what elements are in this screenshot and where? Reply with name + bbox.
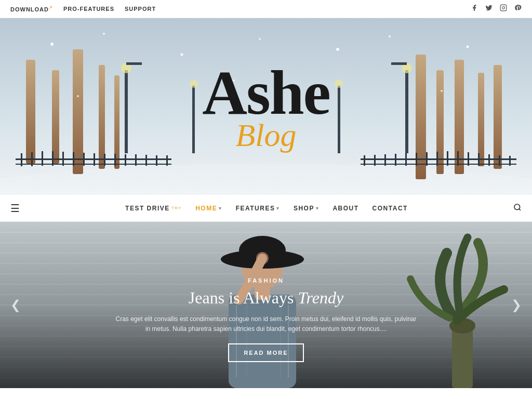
svg-rect-34	[374, 155, 376, 166]
hero-title-main: Ashe	[202, 62, 329, 124]
social-icons	[471, 4, 522, 14]
main-nav: TEST DRIVE TRY HOME ▾ FEATURES ▾ SHOP ▾ …	[20, 202, 513, 215]
svg-rect-24	[104, 154, 105, 166]
svg-rect-28	[145, 155, 147, 166]
svg-rect-13	[494, 65, 502, 169]
search-icon[interactable]	[513, 203, 522, 214]
twitter-icon[interactable]	[485, 4, 493, 14]
download-link[interactable]: DOWNLOAD↗	[10, 5, 53, 12]
svg-point-64	[467, 46, 469, 48]
svg-point-68	[514, 204, 520, 210]
top-bar: DOWNLOAD↗ PRO-FEATURES SUPPORT	[0, 0, 532, 18]
svg-rect-4	[26, 60, 35, 164]
svg-rect-43	[468, 152, 469, 166]
svg-rect-12	[478, 73, 484, 166]
svg-point-63	[389, 35, 391, 37]
svg-rect-30	[166, 155, 168, 166]
hamburger-menu[interactable]: ☰	[10, 202, 20, 215]
svg-rect-0	[500, 5, 507, 11]
svg-point-61	[259, 38, 261, 40]
svg-rect-50	[126, 62, 142, 65]
svg-line-69	[519, 209, 521, 210]
svg-rect-19	[52, 151, 54, 166]
slider-headline: Jeans is Always Trendy	[189, 288, 343, 308]
svg-point-52	[190, 79, 198, 88]
svg-rect-41	[447, 151, 448, 166]
svg-rect-20	[62, 152, 64, 166]
slider-next-arrow[interactable]: ❯	[506, 292, 527, 317]
svg-rect-16	[21, 153, 22, 166]
svg-rect-53	[405, 70, 408, 153]
svg-point-67	[441, 90, 443, 92]
svg-rect-33	[364, 155, 365, 166]
svg-rect-17	[31, 152, 33, 166]
svg-point-59	[103, 33, 105, 35]
svg-rect-56	[338, 86, 340, 153]
nav-shop[interactable]: SHOP ▾	[288, 202, 325, 215]
instagram-icon[interactable]	[500, 4, 507, 14]
svg-rect-27	[135, 154, 137, 166]
svg-point-65	[77, 95, 79, 97]
slider-content: FASHION Jeans is Always Trendy Cras eget…	[0, 222, 532, 388]
hero-title: Ashe Blog	[202, 62, 329, 151]
read-more-button[interactable]: READ MORE	[228, 343, 303, 362]
svg-rect-25	[114, 154, 116, 166]
support-link[interactable]: SUPPORT	[125, 6, 156, 12]
svg-rect-48	[125, 70, 128, 153]
facebook-icon[interactable]	[471, 4, 478, 14]
svg-rect-18	[42, 151, 43, 166]
svg-rect-37	[405, 153, 407, 166]
nav-about[interactable]: ABOUT	[327, 202, 364, 215]
svg-rect-47	[509, 156, 511, 166]
features-chevron-icon: ▾	[276, 206, 280, 211]
slider-prev-arrow[interactable]: ❮	[5, 292, 26, 317]
slider-excerpt: Cras eget elit convallis est condimentum…	[115, 314, 417, 334]
svg-point-57	[335, 79, 343, 88]
svg-point-60	[181, 54, 183, 56]
svg-rect-5	[52, 70, 59, 164]
nav-features[interactable]: FEATURES ▾	[231, 202, 285, 215]
svg-rect-38	[416, 153, 417, 166]
svg-rect-46	[499, 155, 500, 166]
top-bar-links: DOWNLOAD↗ PRO-FEATURES SUPPORT	[10, 5, 156, 12]
svg-point-58	[50, 43, 54, 46]
svg-point-62	[336, 48, 339, 51]
svg-rect-21	[73, 152, 74, 166]
svg-rect-42	[457, 151, 459, 166]
pro-features-link[interactable]: PRO-FEATURES	[63, 6, 114, 12]
svg-rect-7	[99, 65, 105, 169]
svg-rect-32	[361, 164, 516, 165]
svg-rect-11	[455, 60, 464, 174]
svg-rect-26	[125, 154, 126, 166]
svg-rect-39	[426, 152, 428, 166]
svg-rect-29	[156, 155, 157, 166]
svg-rect-45	[488, 154, 490, 166]
shop-chevron-icon: ▾	[316, 206, 320, 211]
svg-rect-36	[395, 154, 396, 166]
nav-home[interactable]: HOME ▾	[190, 202, 228, 215]
home-chevron-icon: ▾	[219, 206, 222, 211]
svg-rect-35	[384, 154, 386, 166]
svg-rect-44	[478, 153, 480, 166]
svg-rect-31	[361, 158, 516, 160]
svg-rect-40	[436, 152, 438, 166]
nav-contact[interactable]: CONTACT	[367, 202, 413, 215]
svg-rect-55	[391, 62, 407, 65]
slider-category: FASHION	[248, 277, 284, 284]
pinterest-icon[interactable]	[514, 4, 522, 14]
hero-banner: Ashe Blog	[0, 18, 532, 195]
nav-bar: ☰ TEST DRIVE TRY HOME ▾ FEATURES ▾ SHOP …	[0, 195, 532, 222]
svg-rect-23	[94, 153, 95, 166]
nav-test-drive[interactable]: TEST DRIVE TRY	[120, 202, 187, 215]
svg-rect-51	[192, 86, 195, 153]
svg-rect-22	[83, 153, 85, 166]
featured-slider: FASHION Jeans is Always Trendy Cras eget…	[0, 222, 532, 388]
